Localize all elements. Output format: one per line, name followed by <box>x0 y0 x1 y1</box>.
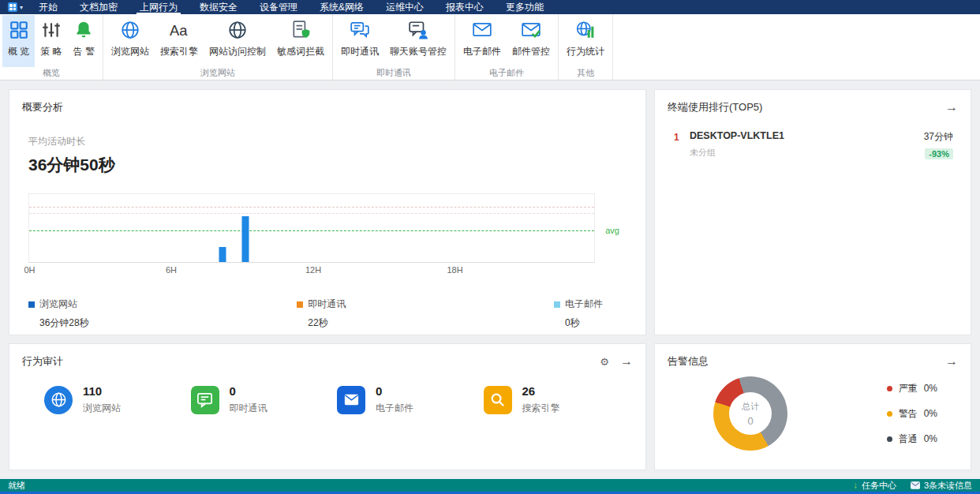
chat-icon <box>350 20 370 40</box>
ribbon-group-overview: 概 览 策 略 告 警 概览 <box>0 14 103 80</box>
svg-text:Aa: Aa <box>170 22 188 39</box>
arrow-right-icon[interactable]: → <box>620 355 633 368</box>
web-control-icon <box>227 20 248 40</box>
legend-item-critical: 严重 0% <box>887 382 937 395</box>
app-logo-icon <box>8 2 17 12</box>
legend-dot <box>887 386 892 391</box>
legend-item-im: 即时通讯 22秒 <box>297 298 346 330</box>
email-button[interactable]: 电子邮件 <box>458 15 507 67</box>
ribbon-group-label: 即时通讯 <box>333 67 454 80</box>
arrow-right-icon[interactable]: → <box>945 101 958 114</box>
summary-analysis-card: 概要分析 平均活动时长 36分钟50秒 avg 0H 6H 12H 18H 浏览… <box>9 89 646 335</box>
status-text: 就绪 <box>8 480 25 492</box>
chart-legend: 浏览网站 36分钟28秒 即时通讯 22秒 电子邮件 0秒 <box>28 298 627 330</box>
legend-item-normal: 普通 0% <box>887 432 937 446</box>
arrow-right-icon[interactable]: → <box>945 355 958 368</box>
terminal-ranking-card: 终端使用排行(TOP5) → 1 DESKTOP-VLKTLE1 未分组 37分… <box>654 89 971 335</box>
download-icon: ↓ <box>853 480 858 491</box>
ranking-row[interactable]: 1 DESKTOP-VLKTLE1 未分组 37分钟 -93% <box>655 121 971 160</box>
stat-browse-website[interactable]: 110浏览网站 <box>44 384 191 415</box>
alarm-info-card: 告警信息 → 总计 0 严重 0% <box>654 343 971 470</box>
legend-swatch <box>554 301 560 308</box>
grid-line <box>29 207 594 208</box>
x-axis: 0H 6H 12H 18H <box>28 263 595 275</box>
legend-swatch <box>28 301 35 308</box>
x-tick: 18H <box>447 265 462 275</box>
sensitive-word-button[interactable]: 敏感词拦截 <box>271 15 330 67</box>
overview-button[interactable]: 概 览 <box>2 15 35 67</box>
menubar: ▾ 开始 文档加密 上网行为 数据安全 设备管理 系统&网络 运维中心 报表中心… <box>0 0 980 14</box>
mail-icon <box>472 20 492 40</box>
x-tick: 12H <box>305 265 321 275</box>
donut-center-value: 0 <box>747 415 753 427</box>
menu-item-data-security[interactable]: 数据安全 <box>189 0 249 14</box>
terminal-group: 未分组 <box>690 147 924 159</box>
grid-icon <box>9 20 29 40</box>
behavior-audit-card: 行为审计 ⚙ → 110浏览网站 0即时通讯 <box>9 343 646 470</box>
ribbon-group-label: 电子邮件 <box>455 67 558 80</box>
gear-icon[interactable]: ⚙ <box>600 357 609 367</box>
terminal-name: DESKTOP-VLKTLE1 <box>690 130 924 141</box>
menu-item-ops-center[interactable]: 运维中心 <box>375 0 435 14</box>
ribbon-group-label: 概览 <box>0 67 103 80</box>
policy-button[interactable]: 策 略 <box>35 15 67 67</box>
globe-stat-icon <box>44 386 73 414</box>
sensitive-word-icon <box>290 20 311 40</box>
legend-item-warning: 警告 0% <box>887 407 937 421</box>
card-title: 终端使用排行(TOP5) <box>668 100 762 114</box>
menu-item-more[interactable]: 更多功能 <box>495 0 555 14</box>
bell-icon <box>73 20 94 40</box>
ribbon-group-browsing: 浏览网站 Aa 搜索引擎 网站访问控制 敏感词拦截 浏览网站 <box>103 14 333 80</box>
ribbon-group-label: 其他 <box>559 67 612 80</box>
mail-unread-icon <box>911 481 920 489</box>
web-access-control-button[interactable]: 网站访问控制 <box>204 15 271 67</box>
menu-item-device-mgmt[interactable]: 设备管理 <box>249 0 309 14</box>
activity-chart-plot: avg <box>28 193 595 263</box>
alert-button[interactable]: 告 警 <box>68 15 100 67</box>
card-title: 告警信息 <box>668 354 709 369</box>
mail-stat-icon <box>337 386 365 414</box>
stat-search-engine[interactable]: 26搜索引擎 <box>484 384 630 415</box>
activity-bar <box>242 216 249 262</box>
metric-label: 平均活动时长 <box>28 135 627 148</box>
behavior-stats-button[interactable]: 行为统计 <box>561 15 610 67</box>
ribbon-group-other: 行为统计 其他 <box>559 14 613 80</box>
task-center-button[interactable]: ↓ 任务中心 <box>853 480 896 492</box>
legend-item-email: 电子邮件 0秒 <box>554 298 603 330</box>
metric-value: 36分钟50秒 <box>28 154 627 176</box>
browse-website-button[interactable]: 浏览网站 <box>106 15 155 67</box>
stat-im[interactable]: 0即时通讯 <box>191 384 338 415</box>
avg-line: avg <box>29 230 594 231</box>
menu-item-start[interactable]: 开始 <box>28 0 69 14</box>
ribbon-group-im: 即时通讯 聊天账号管控 即时通讯 <box>333 14 455 80</box>
ribbon-group-label: 浏览网站 <box>103 67 332 80</box>
search-engine-button[interactable]: Aa 搜索引擎 <box>155 15 204 67</box>
ribbon-toolbar: 概 览 策 略 告 警 概览 浏览网站 Aa 搜索引擎 <box>0 14 980 80</box>
alarm-donut: 总计 0 <box>713 376 787 451</box>
usage-duration: 37分钟 <box>924 130 953 144</box>
main-content: 概要分析 平均活动时长 36分钟50秒 avg 0H 6H 12H 18H 浏览… <box>0 80 980 479</box>
chat-account-control-button[interactable]: 聊天账号管控 <box>384 15 452 67</box>
legend-dot <box>887 436 892 442</box>
statusbar: 就绪 ↓ 任务中心 3条未读信息 <box>0 479 980 492</box>
menu-item-doc-encrypt[interactable]: 文档加密 <box>69 0 129 14</box>
im-button[interactable]: 即时通讯 <box>335 15 384 67</box>
globe-icon <box>120 20 140 40</box>
menu-item-system-network[interactable]: 系统&网络 <box>309 0 375 14</box>
ribbon-group-email: 电子邮件 邮件管控 电子邮件 <box>455 14 559 80</box>
menu-item-report-center[interactable]: 报表中心 <box>435 0 495 14</box>
chat-stat-icon <box>191 386 219 414</box>
search-stat-icon <box>484 386 512 414</box>
rank-number: 1 <box>674 130 690 160</box>
menu-item-web-behavior[interactable]: 上网行为 <box>129 0 189 14</box>
app-menu-button[interactable]: ▾ <box>3 0 28 14</box>
card-title: 行为审计 <box>22 354 63 369</box>
stat-email[interactable]: 0电子邮件 <box>337 384 484 415</box>
legend-dot <box>887 411 892 417</box>
mail-control-button[interactable]: 邮件管控 <box>507 15 555 67</box>
legend-item-browse: 浏览网站 36分钟28秒 <box>28 298 89 330</box>
change-badge: -93% <box>925 148 953 159</box>
x-tick: 6H <box>166 265 177 275</box>
unread-messages-button[interactable]: 3条未读信息 <box>911 480 972 492</box>
strategy-icon <box>41 20 62 40</box>
